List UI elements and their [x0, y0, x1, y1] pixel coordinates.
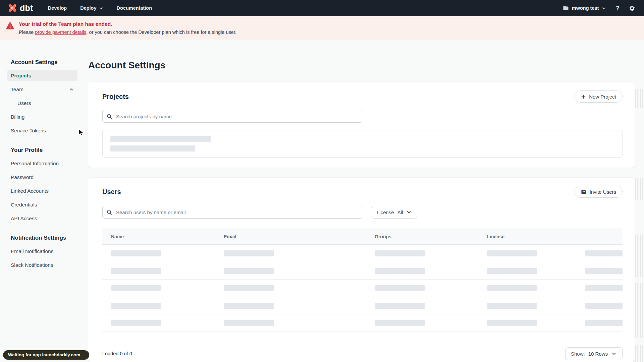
- column-header-groups: Groups: [375, 234, 487, 239]
- skeleton-bar: [224, 250, 274, 256]
- column-header-email: Email: [224, 234, 375, 239]
- app-window: dbt Develop Deploy Documentation mwong t…: [0, 0, 644, 362]
- banner-text-block: Your trial of the Team plan has ended. P…: [19, 20, 236, 35]
- skeleton-bar: [487, 303, 537, 309]
- users-table-header: Name Email Groups License: [102, 229, 623, 245]
- skeleton-bar: [585, 250, 623, 256]
- users-card-title: Users: [102, 188, 121, 196]
- search-icon: [106, 113, 112, 121]
- sidebar-heading-account-settings: Account Settings: [11, 59, 88, 66]
- skeleton-bar: [487, 320, 537, 326]
- banner-body: Please provide payment details, or you c…: [19, 29, 236, 35]
- sidebar-item-slack-notifications[interactable]: Slack Notifications: [7, 259, 77, 270]
- table-row-skeleton: [102, 280, 623, 297]
- sidebar-item-team[interactable]: Team: [7, 84, 77, 95]
- license-filter-dropdown[interactable]: License All: [371, 206, 417, 219]
- skeleton-bar: [224, 303, 274, 309]
- skeleton-bar: [224, 285, 274, 291]
- users-search: [102, 206, 362, 219]
- nav-item-develop[interactable]: Develop: [48, 5, 67, 11]
- nav-item-deploy[interactable]: Deploy: [80, 5, 103, 11]
- table-row-skeleton: [102, 262, 623, 280]
- column-header-name: Name: [111, 234, 224, 239]
- dbt-logo-text: dbt: [20, 4, 33, 12]
- sidebar-item-service-tokens[interactable]: Service Tokens: [7, 125, 77, 136]
- skeleton-bar: [111, 250, 161, 256]
- mouse-cursor-icon: [78, 129, 84, 138]
- dbt-logo[interactable]: dbt: [7, 3, 33, 13]
- skeleton-bar: [375, 320, 425, 326]
- chevron-down-icon: [602, 6, 606, 10]
- projects-search: [102, 110, 362, 123]
- skeleton-bar: [111, 303, 161, 309]
- nav-item-documentation[interactable]: Documentation: [117, 5, 152, 11]
- skeleton-bar: [585, 285, 623, 291]
- sidebar-heading-notification-settings: Notification Settings: [11, 235, 88, 241]
- sidebar-item-email-notifications[interactable]: Email Notifications: [7, 246, 77, 257]
- sidebar-item-personal-information[interactable]: Personal Information: [7, 158, 77, 169]
- sidebar-item-credentials[interactable]: Credentials: [7, 199, 77, 210]
- users-table: Name Email Groups License: [102, 229, 623, 332]
- sidebar-item-password[interactable]: Password: [7, 172, 77, 183]
- skeleton-bar: [375, 268, 425, 274]
- skeleton-bar: [110, 145, 195, 152]
- settings-gear-icon[interactable]: [629, 5, 635, 11]
- new-project-button[interactable]: New Project: [575, 90, 623, 103]
- skeleton-bar: [585, 303, 623, 309]
- skeleton-bar: [585, 320, 623, 326]
- help-icon[interactable]: ?: [615, 5, 620, 11]
- projects-card-title: Projects: [102, 93, 129, 101]
- skeleton-bar: [111, 268, 161, 274]
- browser-status-tooltip: Waiting for app.launchdarkly.com...: [3, 350, 89, 360]
- warning-triangle-icon: [6, 21, 14, 29]
- table-row-skeleton: [102, 314, 623, 332]
- skeleton-bar: [487, 268, 537, 274]
- table-row-skeleton: [102, 297, 623, 314]
- banner-title: Your trial of the Team plan has ended.: [19, 21, 236, 27]
- skeleton-bar: [375, 303, 425, 309]
- top-nav: dbt Develop Deploy Documentation mwong t…: [0, 0, 644, 16]
- column-header-license: License: [487, 234, 585, 239]
- skeleton-bar: [111, 320, 161, 326]
- provide-payment-details-link[interactable]: provide payment details: [35, 29, 86, 35]
- account-switcher[interactable]: mwong test: [563, 5, 606, 11]
- sidebar-item-linked-accounts[interactable]: Linked Accounts: [7, 185, 77, 196]
- skeleton-bar: [375, 250, 425, 256]
- sidebar-heading-your-profile: Your Profile: [11, 147, 88, 154]
- skeleton-bar: [110, 136, 211, 142]
- envelope-icon: [581, 189, 587, 195]
- account-name: mwong test: [572, 5, 599, 11]
- chevron-down-icon: [406, 209, 412, 215]
- sidebar-item-projects[interactable]: Projects: [7, 70, 77, 81]
- projects-card: Projects New Project: [88, 82, 635, 168]
- trial-ended-banner: Your trial of the Team plan has ended. P…: [0, 16, 644, 40]
- chevron-up-icon: [69, 87, 74, 92]
- skeleton-bar: [224, 268, 274, 274]
- skeleton-bar: [487, 285, 537, 291]
- skeleton-bar: [224, 320, 274, 326]
- sidebar-item-billing[interactable]: Billing: [7, 111, 77, 122]
- search-icon: [106, 209, 112, 217]
- invite-users-button[interactable]: Invite Users: [575, 186, 623, 198]
- main-content: Account Settings Projects New Project: [88, 40, 644, 362]
- skeleton-bar: [585, 268, 623, 274]
- dbt-logo-icon: [7, 3, 17, 13]
- folder-icon: [563, 5, 569, 11]
- projects-loading-placeholder: [102, 130, 623, 158]
- skeleton-bar: [487, 250, 537, 256]
- skeleton-bar: [375, 285, 425, 291]
- chevron-down-icon: [99, 6, 103, 10]
- projects-search-input[interactable]: [102, 110, 362, 123]
- sidebar-item-users[interactable]: Users: [7, 98, 77, 109]
- skeleton-bar: [111, 285, 161, 291]
- settings-sidebar: Account Settings Projects Team Users Bil…: [0, 40, 88, 362]
- loaded-count: Loaded 0 of 0: [102, 351, 132, 356]
- users-card: Users Invite Users License All: [88, 178, 635, 362]
- plus-icon: [581, 94, 586, 99]
- users-search-input[interactable]: [102, 206, 362, 219]
- table-row-skeleton: [102, 245, 623, 262]
- rows-per-page-dropdown[interactable]: Show: 10 Rows: [565, 347, 623, 360]
- chevron-down-icon: [611, 351, 617, 357]
- sidebar-item-api-access[interactable]: API Access: [7, 213, 77, 224]
- primary-nav: Develop Deploy Documentation: [48, 5, 152, 11]
